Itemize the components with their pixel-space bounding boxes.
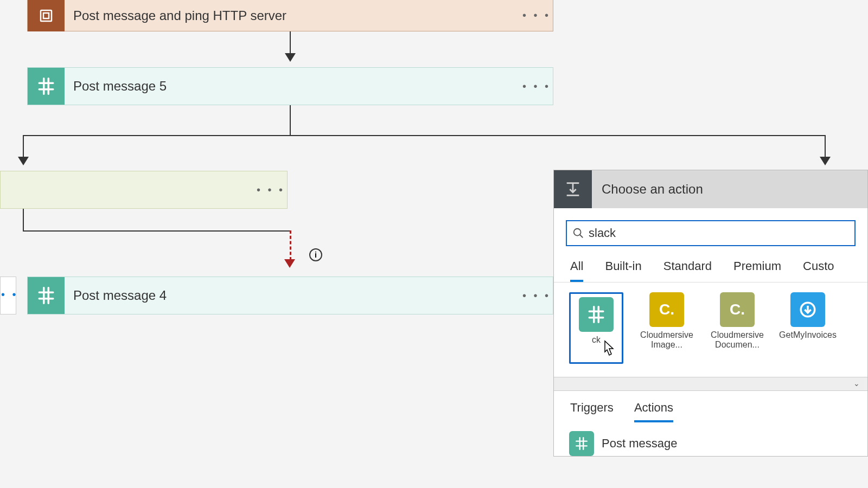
svg-rect-0 (41, 10, 52, 21)
chevron-down-icon: ⌄ (853, 379, 860, 388)
connector-getmyinvoices[interactable]: GetMyInvoices (781, 292, 835, 364)
more-icon[interactable]: • • (1, 288, 18, 301)
flow-step-left-branch[interactable]: • • • (0, 171, 288, 209)
connector-label: ck (592, 335, 601, 359)
tab-built-in[interactable]: Built-in (605, 259, 641, 282)
tab-custom[interactable]: Custo (803, 259, 834, 282)
connector-label: Cloudmersive Image... (640, 330, 694, 354)
flow-step-post-message-4[interactable]: Post message 4 • • • (27, 277, 553, 314)
search-box[interactable] (566, 220, 856, 246)
connector-line (290, 105, 291, 135)
tab-all[interactable]: All (570, 259, 583, 282)
panel-title: Choose an action (592, 182, 703, 197)
connector-cloudmersive-image[interactable]: C. Cloudmersive Image... (640, 292, 694, 364)
action-result-row[interactable]: Post message (554, 426, 867, 456)
flow-step-label: Post message and ping HTTP server (65, 8, 520, 23)
connector-grid: ck C. Cloudmersive Image... C. Cloudmers… (554, 282, 867, 377)
connector-cloudmersive-document[interactable]: C. Cloudmersive Documen... (710, 292, 764, 364)
choose-action-panel: Choose an action All Built-in Standard P… (553, 170, 868, 457)
connector-line (23, 135, 826, 136)
connector-line (290, 31, 291, 53)
panel-header: Choose an action (554, 170, 867, 208)
search-icon (572, 227, 584, 239)
slack-icon (28, 68, 65, 105)
flow-step-label: Post message 4 (65, 288, 520, 303)
tab-premium[interactable]: Premium (733, 259, 781, 282)
slack-icon (579, 297, 614, 332)
flow-step-label: Post message 5 (65, 79, 520, 94)
connector-category-tabs: All Built-in Standard Premium Custo (554, 252, 867, 282)
flow-step-post-message-5[interactable]: Post message 5 • • • (27, 67, 553, 105)
search-input[interactable] (584, 226, 849, 240)
connector-line (825, 135, 826, 157)
arrow-down-icon (285, 53, 296, 62)
tab-standard[interactable]: Standard (663, 259, 712, 282)
arrow-down-icon (18, 157, 29, 165)
subtab-actions[interactable]: Actions (634, 401, 673, 422)
slack-icon (28, 277, 65, 314)
scope-icon (28, 0, 65, 31)
arrow-down-red-icon (284, 259, 295, 268)
more-icon[interactable]: • • • (520, 9, 553, 22)
svg-point-2 (574, 229, 581, 236)
connector-dashed-line (290, 230, 291, 260)
connector-line (23, 209, 24, 230)
connector-line (23, 230, 290, 232)
more-icon[interactable]: • • • (254, 184, 287, 196)
connector-line (23, 135, 24, 157)
info-icon[interactable]: i (309, 248, 322, 261)
more-icon[interactable]: • • • (520, 80, 553, 93)
cloudmersive-icon: C. (649, 292, 684, 327)
connector-label: Cloudmersive Documen... (710, 330, 764, 354)
cloudmersive-icon: C. (720, 292, 755, 327)
insert-action-icon (554, 170, 592, 208)
subtab-triggers[interactable]: Triggers (570, 401, 614, 422)
slack-icon (569, 431, 594, 456)
action-result-label: Post message (602, 436, 677, 451)
more-icon[interactable]: • • • (520, 290, 553, 302)
connector-slack[interactable]: ck (569, 292, 623, 364)
svg-rect-1 (43, 13, 49, 18)
connector-label: GetMyInvoices (779, 330, 837, 354)
arrow-down-icon (820, 157, 831, 165)
trigger-action-tabs: Triggers Actions (554, 391, 867, 426)
flow-step-scope[interactable]: Post message and ping HTTP server • • • (27, 0, 553, 31)
expand-connectors-bar[interactable]: ⌄ (554, 377, 867, 391)
download-icon (790, 292, 825, 327)
